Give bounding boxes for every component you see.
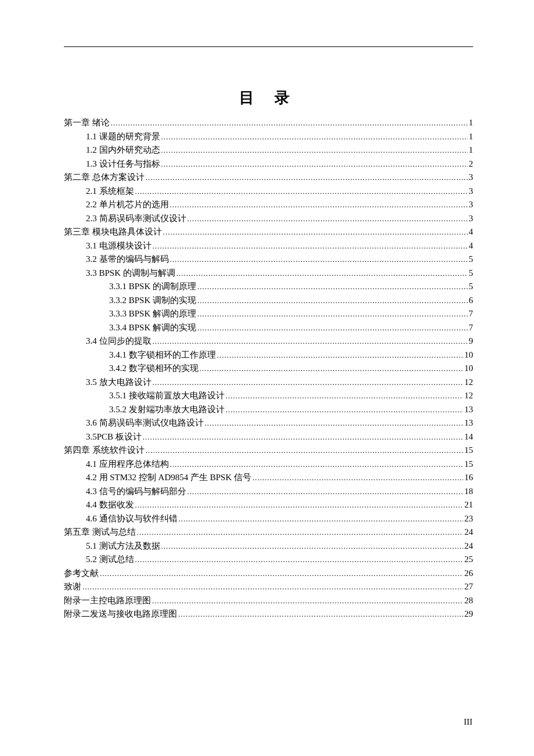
toc-entry[interactable]: 3.3.4 BPSK 解调的实现7 [64,323,473,332]
toc-entry[interactable]: 3.2 基带的编码与解码5 [64,255,473,264]
toc-entry-label: 5.2 测试总结 [86,555,134,564]
toc-entry[interactable]: 2.2 单片机芯片的选用3 [64,200,473,209]
toc-entry-page: 12 [464,391,473,400]
toc-entry[interactable]: 5.1 测试方法及数据24 [64,542,473,550]
toc-entry-label: 第五章 测试与总结 [64,528,136,537]
toc-leader-dots [197,282,467,291]
toc-leader-dots [135,187,468,196]
toc-entry[interactable]: 参考文献26 [64,569,473,578]
toc-leader-dots [178,610,463,618]
toc-leader-dots [143,433,463,441]
toc-entry-page: 3 [469,200,474,209]
toc-entry-label: 1.1 课题的研究背景 [86,132,160,141]
toc-entry-page: 3 [469,187,474,196]
toc-entry[interactable]: 4.4 数据收发21 [64,501,473,509]
toc-entry[interactable]: 2.1 系统框架3 [64,187,473,196]
toc-entry-label: 1.3 设计任务与指标 [86,160,160,168]
toc-entry-page: 1 [469,132,474,141]
toc-leader-dots [135,501,464,509]
toc-entry-page: 7 [469,309,474,318]
toc-entry[interactable]: 3.4.2 数字锁相环的实现10 [64,364,473,373]
toc-entry-label: 3.3 BPSK 的调制与解调 [86,269,175,278]
toc-entry-page: 24 [464,528,473,537]
toc-leader-dots [187,214,468,223]
toc-entry[interactable]: 3.3.2 BPSK 调制的实现6 [64,296,473,305]
toc-entry-page: 4 [469,228,474,236]
toc-entry[interactable]: 3.1 电源模块设计4 [64,242,473,250]
toc-entry-label: 3.3.3 BPSK 解调的原理 [109,309,196,318]
toc-entry-label: 3.2 基带的编码与解码 [86,255,169,264]
toc-leader-dots [135,555,464,564]
toc-entry-label: 3.6 简易误码率测试仪电路设计 [86,419,204,427]
toc-entry[interactable]: 第五章 测试与总结24 [64,528,473,537]
toc-entry[interactable]: 1.3 设计任务与指标2 [64,160,473,168]
toc-entry[interactable]: 3.4.1 数字锁相环的工作原理10 [64,351,473,359]
toc-leader-dots [161,160,468,168]
toc-leader-dots [161,542,464,550]
toc-leader-dots [252,473,463,482]
toc-entry-page: 3 [469,214,474,223]
toc-leader-dots [176,269,468,278]
toc-leader-dots [170,200,468,209]
toc-entry[interactable]: 3.3 BPSK 的调制与解调5 [64,269,473,278]
toc-entry[interactable]: 4.2 用 STM32 控制 AD9854 产生 BPSK 信号16 [64,473,473,482]
toc-entry[interactable]: 3.5 放大电路设计12 [64,378,473,387]
toc-entry[interactable]: 3.5.2 发射端功率放大电路设计13 [64,405,473,414]
toc-entry[interactable]: 第一章 绪论1 [64,118,473,127]
document-page: 目 录 第一章 绪论11.1 课题的研究背景11.2 国内外研究动态11.3 设… [0,0,534,618]
toc-entry-label: 3.3.1 BPSK 的调制原理 [109,282,196,291]
toc-leader-dots [170,255,468,264]
toc-title: 目 录 [64,88,473,108]
toc-entry[interactable]: 3.5PCB 板设计14 [64,433,473,441]
toc-entry-label: 第一章 绪论 [64,118,110,127]
toc-entry[interactable]: 致谢27 [64,582,473,591]
toc-entry[interactable]: 第四章 系统软件设计15 [64,446,473,455]
toc-entry[interactable]: 1.1 课题的研究背景1 [64,132,473,141]
toc-entry[interactable]: 4.1 应用程序总体结构15 [64,460,473,469]
toc-entry[interactable]: 2.3 简易误码率测试仪设计3 [64,214,473,223]
toc-entry[interactable]: 3.4 位同步的提取9 [64,337,473,345]
toc-leader-dots [205,419,464,427]
toc-leader-dots [153,242,468,250]
toc-entry[interactable]: 5.2 测试总结25 [64,555,473,564]
toc-entry[interactable]: 附录二发送与接收电路原理图29 [64,610,473,618]
toc-entry[interactable]: 第二章 总体方案设计3 [64,173,473,182]
toc-entry[interactable]: 3.3.3 BPSK 解调的原理7 [64,309,473,318]
toc-entry-label: 第二章 总体方案设计 [64,173,145,182]
toc-leader-dots [163,228,468,236]
page-number: III [464,717,472,727]
toc-entry-label: 4.2 用 STM32 控制 AD9854 产生 BPSK 信号 [86,473,251,482]
toc-entry[interactable]: 附录一主控电路原理图28 [64,596,473,605]
toc-entry-label: 致谢 [64,582,81,591]
toc-entry[interactable]: 第三章 模块电路具体设计4 [64,228,473,236]
toc-entry-page: 12 [464,378,473,387]
toc-entry[interactable]: 3.5.1 接收端前置放大电路设计12 [64,391,473,400]
toc-leader-dots [197,323,467,332]
toc-entry-page: 16 [464,473,473,482]
table-of-contents: 第一章 绪论11.1 课题的研究背景11.2 国内外研究动态11.3 设计任务与… [64,118,473,618]
toc-leader-dots [226,405,463,414]
toc-entry[interactable]: 3.6 简易误码率测试仪电路设计13 [64,419,473,427]
toc-entry-label: 4.6 通信协议与软件纠错 [86,514,178,523]
toc-entry-label: 第三章 模块电路具体设计 [64,228,162,236]
toc-entry-label: 第四章 系统软件设计 [64,446,145,455]
toc-entry-label: 3.4 位同步的提取 [86,337,151,345]
toc-entry[interactable]: 1.2 国内外研究动态1 [64,146,473,154]
toc-entry-page: 28 [464,596,473,605]
toc-entry-page: 10 [464,351,473,359]
toc-entry[interactable]: 4.6 通信协议与软件纠错23 [64,514,473,523]
toc-entry-label: 附录一主控电路原理图 [64,596,151,605]
toc-leader-dots [137,528,463,537]
toc-entry-label: 4.4 数据收发 [86,501,134,509]
toc-entry-label: 2.3 简易误码率测试仪设计 [86,214,186,223]
toc-leader-dots [217,351,463,359]
toc-entry-label: 3.3.2 BPSK 调制的实现 [109,296,196,305]
toc-leader-dots [179,514,464,523]
toc-entry[interactable]: 4.3 信号的编码与解码部分18 [64,487,473,496]
toc-leader-dots [197,309,467,318]
toc-entry[interactable]: 3.3.1 BPSK 的调制原理5 [64,282,473,291]
toc-entry-label: 1.2 国内外研究动态 [86,146,160,154]
toc-entry-page: 10 [464,364,473,373]
toc-entry-page: 23 [464,514,473,523]
toc-entry-label: 2.2 单片机芯片的选用 [86,200,169,209]
